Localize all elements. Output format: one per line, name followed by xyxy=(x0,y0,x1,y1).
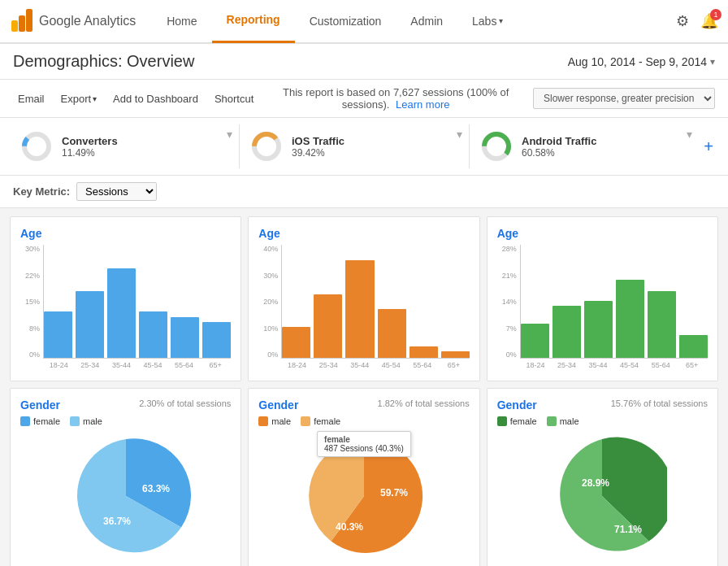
svg-text:59.7%: 59.7% xyxy=(380,487,408,499)
gender-charts-row: Gender 2.30% of total sessions female ma… xyxy=(10,388,718,566)
android-label: Android Traffic xyxy=(522,135,596,147)
add-segment-btn[interactable]: + xyxy=(699,137,718,156)
svg-point-3 xyxy=(24,134,49,159)
gender-chart-0-title: Gender xyxy=(20,398,60,411)
email-button[interactable]: Email xyxy=(13,90,50,107)
sub-header: Demographics: Overview Aug 10, 2014 - Se… xyxy=(0,44,728,80)
export-chevron-icon: ▾ xyxy=(93,94,97,103)
nav-link-labs[interactable]: Labs ▾ xyxy=(457,0,518,43)
age-chart-1: Age 40%30%20%10%0% 18-24 xyxy=(248,216,479,381)
age-chart-2-bars: 28%21%14%7%0% 18-24 25-34 35-44 xyxy=(497,245,708,371)
summary-card-android: Android Traffic 60.58% ▾ xyxy=(470,124,699,168)
summary-card-converters: Converters 11.49% ▾ xyxy=(10,124,240,168)
toolbar: Email Export ▾ Add to Dashboard Shortcut… xyxy=(0,80,728,118)
export-button[interactable]: Export ▾ xyxy=(56,90,102,107)
converters-label: Converters xyxy=(62,135,118,147)
converters-value: 11.49% xyxy=(62,147,118,159)
gender-chart-0-pie: 36.7% 63.3% xyxy=(20,431,231,561)
android-value: 60.58% xyxy=(522,147,596,159)
nav-bar: Google Analytics Home Reporting Customiz… xyxy=(0,0,728,44)
page-title: Demographics: Overview xyxy=(13,52,194,71)
ios-label: iOS Traffic xyxy=(292,135,344,147)
nav-links: Home Reporting Customization Admin Labs … xyxy=(152,0,518,43)
response-select[interactable]: Slower response, greater precision xyxy=(533,88,715,109)
gender-chart-1-pie: female 487 Sessions (40.3%) 40.3% 59.7% xyxy=(258,431,469,561)
nav-logo-text: Google Analytics xyxy=(39,14,136,28)
key-metric-row: Key Metric: Sessions xyxy=(0,176,728,208)
date-range-text: Aug 10, 2014 - Sep 9, 2014 xyxy=(568,55,707,68)
nav-link-home[interactable]: Home xyxy=(152,0,211,43)
svg-rect-1 xyxy=(19,15,25,32)
android-card-close[interactable]: ▾ xyxy=(687,128,692,141)
notifications-icon-btn[interactable]: 🔔 1 xyxy=(700,12,718,30)
ios-donut xyxy=(249,129,284,163)
converters-card-close[interactable]: ▾ xyxy=(227,128,232,141)
toolbar-info: This report is based on 7,627 sessions (… xyxy=(265,86,526,111)
age-chart-1-bars: 40%30%20%10%0% 18-24 25-34 35-44 xyxy=(258,245,469,371)
svg-text:28.9%: 28.9% xyxy=(582,477,609,489)
age-chart-2-title: Age xyxy=(497,227,708,240)
gender-chart-1-legend: male female xyxy=(258,416,469,426)
gender-chart-2: Gender 15.76% of total sessions female m… xyxy=(487,388,718,566)
converters-donut xyxy=(20,129,54,163)
age-chart-2: Age 28%21%14%7%0% 18-24 xyxy=(487,216,718,381)
labs-chevron-icon: ▾ xyxy=(499,0,503,43)
add-to-dashboard-button[interactable]: Add to Dashboard xyxy=(108,90,203,107)
summary-card-ios: iOS Traffic 39.42% ▾ xyxy=(240,124,470,168)
summary-row: Converters 11.49% ▾ iOS Traffic 39.42% ▾… xyxy=(0,118,728,176)
svg-text:36.7%: 36.7% xyxy=(103,516,131,527)
nav-link-admin[interactable]: Admin xyxy=(396,0,457,43)
nav-link-customization[interactable]: Customization xyxy=(295,0,396,43)
age-chart-0-bars: 30%22%15%8%0% 18-24 25-34 35-44 xyxy=(20,245,231,371)
gender-chart-2-title: Gender xyxy=(497,398,537,411)
android-donut xyxy=(479,129,514,163)
gender-chart-1: Gender 1.82% of total sessions male fema… xyxy=(248,388,479,566)
settings-icon-btn[interactable]: ⚙ xyxy=(676,12,689,30)
gender-chart-0-pct: 2.30% of total sessions xyxy=(139,398,231,408)
svg-rect-2 xyxy=(26,9,32,32)
svg-text:71.1%: 71.1% xyxy=(614,524,642,535)
nav-logo: Google Analytics xyxy=(10,9,136,33)
gender-chart-2-pct: 15.76% of total sessions xyxy=(611,398,708,408)
notif-badge: 1 xyxy=(710,9,722,20)
ios-card-close[interactable]: ▾ xyxy=(457,128,462,141)
age-chart-0-title: Age xyxy=(20,227,231,240)
age-chart-0: Age 30%22%15%8%0% 18-24 xyxy=(10,216,241,381)
age-charts-row: Age 30%22%15%8%0% 18-24 xyxy=(10,216,718,381)
gender-chart-2-legend: female male xyxy=(497,416,708,426)
learn-more-link[interactable]: Learn more xyxy=(396,98,449,111)
svg-rect-0 xyxy=(11,20,18,32)
pie-tooltip: female 487 Sessions (40.3%) xyxy=(317,431,411,457)
charts-area: Age 30%22%15%8%0% 18-24 xyxy=(0,208,728,566)
gender-chart-0: Gender 2.30% of total sessions female ma… xyxy=(10,388,241,566)
age-chart-1-title: Age xyxy=(258,227,469,240)
shortcut-button[interactable]: Shortcut xyxy=(210,90,258,107)
nav-right: ⚙ 🔔 1 xyxy=(676,12,718,30)
ga-logo-icon xyxy=(10,9,34,33)
date-dropdown-icon: ▾ xyxy=(710,56,715,67)
date-range-picker[interactable]: Aug 10, 2014 - Sep 9, 2014 ▾ xyxy=(568,55,715,68)
gender-chart-1-title: Gender xyxy=(258,398,298,411)
key-metric-select[interactable]: Sessions xyxy=(76,182,157,201)
svg-text:63.3%: 63.3% xyxy=(142,483,170,494)
gender-chart-1-pct: 1.82% of total sessions xyxy=(378,398,470,408)
key-metric-label: Key Metric: xyxy=(13,185,70,198)
svg-text:40.3%: 40.3% xyxy=(336,521,363,533)
nav-link-reporting[interactable]: Reporting xyxy=(212,0,295,43)
gender-chart-2-pie: 28.9% 71.1% xyxy=(497,431,708,561)
ios-value: 39.42% xyxy=(292,147,344,159)
gender-chart-0-legend: female male xyxy=(20,416,231,426)
